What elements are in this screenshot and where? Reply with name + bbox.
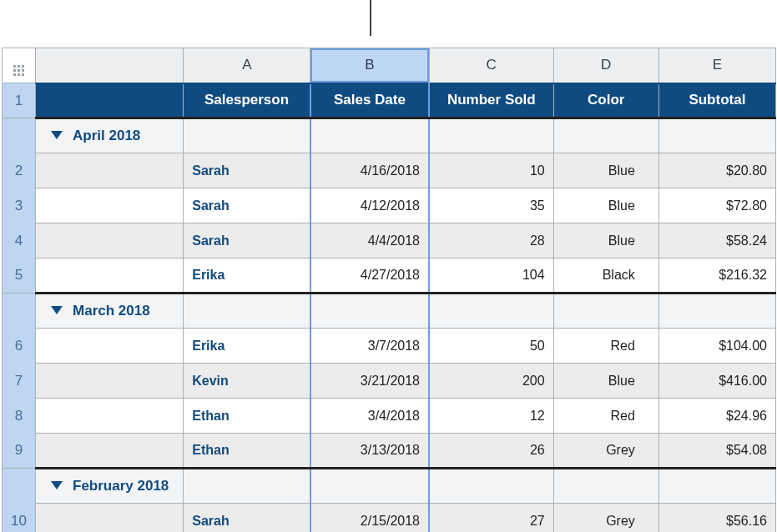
cell-sales-date[interactable]: 3/21/2018	[310, 364, 429, 399]
group-blank-cell[interactable]	[658, 118, 775, 153]
group-blank-cell[interactable]	[553, 118, 658, 153]
category-blank-cell[interactable]	[36, 399, 184, 434]
group-blank-cell[interactable]	[184, 294, 310, 329]
table-row: 10Sarah2/15/201827Grey$56.16	[3, 504, 776, 533]
cell-number-sold[interactable]: 26	[429, 434, 553, 469]
cell-color[interactable]: Grey	[553, 504, 658, 533]
cell-subtotal[interactable]: $24.96	[658, 399, 775, 434]
row-number[interactable]: 5	[3, 258, 36, 294]
cell-salesperson[interactable]: Erika	[184, 258, 310, 294]
cell-sales-date[interactable]: 3/4/2018	[310, 399, 429, 434]
cell-number-sold[interactable]: 12	[429, 399, 553, 434]
cell-salesperson[interactable]: Sarah	[184, 188, 310, 223]
row-number[interactable]: 9	[3, 434, 36, 469]
cell-subtotal[interactable]: $416.00	[658, 364, 775, 399]
cell-subtotal[interactable]: $216.32	[658, 258, 775, 294]
group-label[interactable]: February 2018	[36, 469, 184, 504]
row-number[interactable]: 1	[3, 83, 36, 118]
group-label-text: February 2018	[73, 478, 169, 494]
row-number[interactable]: 10	[3, 504, 36, 533]
group-blank-cell[interactable]	[553, 294, 658, 329]
column-header-d[interactable]: D	[553, 48, 658, 83]
cell-number-sold[interactable]: 50	[429, 329, 553, 364]
cell-color[interactable]: Blue	[553, 364, 658, 399]
disclosure-triangle-icon[interactable]	[51, 306, 63, 314]
group-blank-cell[interactable]	[658, 294, 775, 329]
cell-color[interactable]: Blue	[553, 153, 658, 188]
cell-number-sold[interactable]: 35	[429, 188, 553, 223]
row-number[interactable]: 6	[3, 329, 36, 364]
row-number[interactable]: 3	[3, 188, 36, 223]
cell-subtotal[interactable]: $104.00	[658, 329, 775, 364]
cell-number-sold[interactable]: 10	[429, 153, 553, 188]
cell-number-sold[interactable]: 28	[429, 223, 553, 258]
group-blank-cell[interactable]	[429, 469, 553, 504]
cell-number-sold[interactable]: 104	[429, 258, 553, 294]
group-label[interactable]: March 2018	[36, 294, 184, 329]
cell-sales-date[interactable]: 4/12/2018	[310, 188, 429, 223]
cell-sales-date[interactable]: 4/16/2018	[310, 153, 429, 188]
cell-sales-date[interactable]: 3/13/2018	[310, 434, 429, 469]
row-number-blank[interactable]	[3, 118, 36, 153]
cell-color[interactable]: Blue	[553, 223, 658, 258]
cell-color[interactable]: Blue	[553, 188, 658, 223]
group-blank-cell[interactable]	[658, 469, 775, 504]
category-blank-cell[interactable]	[36, 329, 184, 364]
cell-subtotal[interactable]: $72.80	[658, 188, 775, 223]
group-blank-cell[interactable]	[429, 118, 553, 153]
cell-sales-date[interactable]: 4/4/2018	[310, 223, 429, 258]
category-blank-cell[interactable]	[36, 504, 184, 533]
group-blank-cell[interactable]	[310, 294, 429, 329]
cell-salesperson[interactable]: Ethan	[184, 399, 310, 434]
cell-salesperson[interactable]: Sarah	[184, 223, 310, 258]
column-header-category[interactable]	[36, 48, 184, 83]
disclosure-triangle-icon[interactable]	[51, 481, 63, 489]
select-all-corner[interactable]	[3, 48, 36, 83]
row-number[interactable]: 8	[3, 399, 36, 434]
cell-sales-date[interactable]: 3/7/2018	[310, 329, 429, 364]
column-header-c[interactable]: C	[429, 48, 553, 83]
category-blank-cell[interactable]	[36, 188, 184, 223]
row-number[interactable]: 4	[3, 223, 36, 258]
cell-salesperson[interactable]: Sarah	[184, 153, 310, 188]
cell-sales-date[interactable]: 2/15/2018	[310, 504, 429, 533]
category-blank-cell[interactable]	[36, 258, 184, 294]
group-blank-cell[interactable]	[310, 118, 429, 153]
cell-salesperson[interactable]: Ethan	[184, 434, 310, 469]
group-label[interactable]: April 2018	[36, 118, 184, 153]
spreadsheet-table: A B C D E 1 Salesperson Sales Date Numbe…	[2, 48, 776, 532]
cell-subtotal[interactable]: $56.16	[658, 504, 775, 533]
disclosure-triangle-icon[interactable]	[51, 131, 63, 139]
cell-subtotal[interactable]: $54.08	[658, 434, 775, 469]
category-blank-cell[interactable]	[36, 153, 184, 188]
column-header-e[interactable]: E	[658, 48, 775, 83]
category-blank-cell[interactable]	[36, 364, 184, 399]
cell-salesperson[interactable]: Erika	[184, 329, 310, 364]
cell-salesperson[interactable]: Kevin	[184, 364, 310, 399]
cell-number-sold[interactable]: 200	[429, 364, 553, 399]
cell-color[interactable]: Black	[553, 258, 658, 294]
table-row: 9Ethan3/13/201826Grey$54.08	[3, 434, 776, 469]
column-header-a[interactable]: A	[184, 48, 310, 83]
cell-color[interactable]: Red	[553, 329, 658, 364]
row-number[interactable]: 7	[3, 364, 36, 399]
cell-color[interactable]: Grey	[553, 434, 658, 469]
category-blank-cell[interactable]	[36, 223, 184, 258]
group-blank-cell[interactable]	[310, 469, 429, 504]
group-blank-cell[interactable]	[184, 118, 310, 153]
row-number-blank[interactable]	[3, 294, 36, 329]
cell-salesperson[interactable]: Sarah	[184, 504, 310, 533]
cell-sales-date[interactable]: 4/27/2018	[310, 258, 429, 294]
group-blank-cell[interactable]	[184, 469, 310, 504]
field-header-subtotal: Subtotal	[658, 83, 775, 118]
group-blank-cell[interactable]	[553, 469, 658, 504]
row-number[interactable]: 2	[3, 153, 36, 188]
group-blank-cell[interactable]	[429, 294, 553, 329]
cell-color[interactable]: Red	[553, 399, 658, 434]
cell-subtotal[interactable]: $20.80	[658, 153, 775, 188]
category-blank-cell[interactable]	[36, 434, 184, 469]
column-header-b[interactable]: B	[310, 48, 429, 83]
row-number-blank[interactable]	[3, 469, 36, 504]
cell-number-sold[interactable]: 27	[429, 504, 553, 533]
cell-subtotal[interactable]: $58.24	[658, 223, 775, 258]
